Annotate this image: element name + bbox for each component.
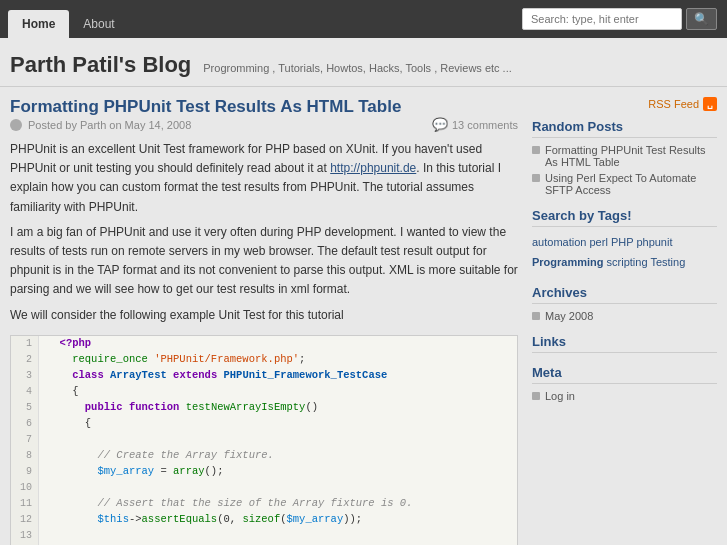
post-para-1: PHPUnit is an excellent Unit Test framew…: [10, 140, 518, 217]
comment-count[interactable]: 13 comments: [452, 119, 518, 131]
bullet-icon: [532, 392, 540, 400]
content-area: Formatting PHPUnit Test Results As HTML …: [0, 87, 727, 545]
archives-section: Archives May 2008: [532, 285, 717, 322]
bullet-icon: [532, 312, 540, 320]
comment-icon: 💬: [432, 117, 448, 132]
meta-login-link[interactable]: Log in: [532, 390, 717, 402]
site-header: Parth Patil's Blog Progromming , Tutoria…: [0, 38, 727, 87]
bullet-icon: [532, 174, 540, 182]
page-wrapper: Home About 🔍 Parth Patil's Blog Progromm…: [0, 0, 727, 545]
archive-1-label: May 2008: [545, 310, 593, 322]
rss-icon[interactable]: ␣: [703, 97, 717, 111]
meta-section: Meta Log in: [532, 365, 717, 402]
code-line: 11 // Assert that the size of the Array …: [11, 496, 517, 512]
tag-perl[interactable]: perl: [590, 236, 608, 248]
comments-area: 💬 13 comments: [432, 117, 518, 132]
post-para-2: I am a big fan of PHPUnit and use it ver…: [10, 223, 518, 300]
post-meta-text: Posted by Parth on May 14, 2008: [28, 119, 191, 131]
tag-cloud: automation perl PHP phpunit Programming …: [532, 233, 717, 273]
archive-link-1[interactable]: May 2008: [532, 310, 717, 322]
search-area: 🔍: [522, 0, 727, 38]
post-meta: Posted by Parth on May 14, 2008 💬 13 com…: [10, 117, 518, 132]
code-line: 2 require_once 'PHPUnit/Framework.php';: [11, 352, 517, 368]
tags-section: Search by Tags! automation perl PHP phpu…: [532, 208, 717, 273]
code-line: 8 // Create the Array fixture.: [11, 448, 517, 464]
meta-login-label: Log in: [545, 390, 575, 402]
sidebar: RSS Feed ␣ Random Posts Formatting PHPUn…: [532, 97, 717, 545]
post-para-3: We will consider the following example U…: [10, 306, 518, 325]
search-button[interactable]: 🔍: [686, 8, 717, 30]
site-tagline: Progromming , Tutorials, Howtos, Hacks, …: [203, 62, 512, 74]
site-title: Parth Patil's Blog: [10, 52, 191, 78]
rss-label: RSS Feed: [648, 98, 699, 110]
post-body: PHPUnit is an excellent Unit Test framew…: [10, 140, 518, 325]
phpunit-link[interactable]: http://phpunit.de: [330, 161, 416, 175]
meta-title: Meta: [532, 365, 717, 384]
tag-programming[interactable]: Programming: [532, 256, 604, 268]
code-line: 5 public function testNewArrayIsEmpty(): [11, 400, 517, 416]
code-line: 1 <?php: [11, 336, 517, 352]
code-line: 7: [11, 432, 517, 448]
code-line: 13: [11, 528, 517, 544]
nav-tab-home[interactable]: Home: [8, 10, 69, 38]
tag-scripting[interactable]: scripting: [607, 256, 648, 268]
random-post-link-2[interactable]: Using Perl Expect To Automate SFTP Acces…: [532, 172, 717, 196]
archives-title: Archives: [532, 285, 717, 304]
nav-tabs: Home About: [0, 0, 129, 38]
post-title[interactable]: Formatting PHPUnit Test Results As HTML …: [10, 97, 401, 116]
tag-testing[interactable]: Testing: [650, 256, 685, 268]
random-posts-title: Random Posts: [532, 119, 717, 138]
rss-bar: RSS Feed ␣: [532, 97, 717, 111]
links-section: Links: [532, 334, 717, 353]
random-post-1-label: Formatting PHPUnit Test Results As HTML …: [545, 144, 717, 168]
code-line: 10: [11, 480, 517, 496]
code-line: 6 {: [11, 416, 517, 432]
bullet-icon: [532, 146, 540, 154]
code-line: 9 $my_array = array();: [11, 464, 517, 480]
post-author-icon: [10, 119, 22, 131]
random-post-link-1[interactable]: Formatting PHPUnit Test Results As HTML …: [532, 144, 717, 168]
search-input[interactable]: [522, 8, 682, 30]
code-line: 12 $this->assertEquals(0, sizeof($my_arr…: [11, 512, 517, 528]
tag-phpunit[interactable]: phpunit: [636, 236, 672, 248]
links-title: Links: [532, 334, 717, 353]
code-line: 3 class ArrayTest extends PHPUnit_Framew…: [11, 368, 517, 384]
top-navigation: Home About 🔍: [0, 0, 727, 38]
tag-php[interactable]: PHP: [611, 236, 633, 248]
code-block: 1 <?php 2 require_once 'PHPUnit/Framewor…: [10, 335, 518, 545]
nav-tab-about[interactable]: About: [69, 10, 128, 38]
tag-automation[interactable]: automation: [532, 236, 586, 248]
tags-title: Search by Tags!: [532, 208, 717, 227]
random-post-2-label: Using Perl Expect To Automate SFTP Acces…: [545, 172, 717, 196]
random-posts-section: Random Posts Formatting PHPUnit Test Res…: [532, 119, 717, 196]
main-content: Formatting PHPUnit Test Results As HTML …: [10, 97, 518, 545]
code-line: 4 {: [11, 384, 517, 400]
